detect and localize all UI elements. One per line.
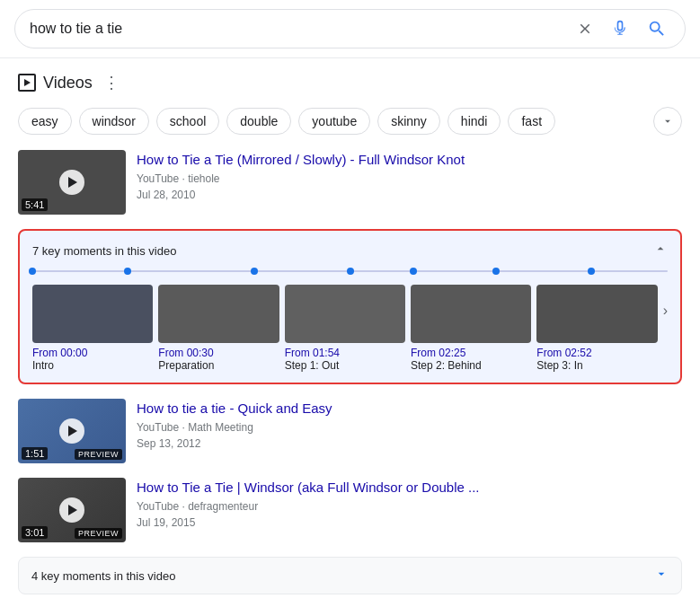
moment-from-5: From 02:52 bbox=[536, 347, 657, 359]
moments-next-button[interactable]: › bbox=[663, 303, 668, 319]
video1-info: How to Tie a Tie (Mirrored / Slowly) - F… bbox=[137, 150, 682, 201]
video3-info: How to Tie a Tie | Windsor (aka Full Win… bbox=[137, 478, 682, 529]
videos-header: Videos ⋮ bbox=[18, 69, 682, 96]
moment-label-1: Intro bbox=[32, 359, 153, 372]
play-button-1[interactable] bbox=[59, 170, 84, 195]
video-result-3: 3:01 PREVIEW How to Tie a Tie | Windsor … bbox=[18, 478, 682, 542]
moments-next-nav: › bbox=[663, 285, 668, 319]
chevron-up-icon bbox=[653, 242, 668, 256]
chip-hindi[interactable]: hindi bbox=[447, 108, 501, 135]
video2-info: How to tie a tie - Quick and Easy YouTub… bbox=[137, 399, 682, 450]
key-moments-panel-2-collapsed[interactable]: 4 key moments in this video bbox=[18, 557, 682, 594]
microphone-icon bbox=[611, 20, 629, 38]
timeline-dot-6 bbox=[492, 268, 500, 275]
search-icon bbox=[647, 19, 667, 39]
timeline-dot-4 bbox=[347, 268, 354, 275]
moment-from-1: From 00:00 bbox=[32, 347, 153, 359]
video2-thumbnail[interactable]: 1:51 PREVIEW bbox=[18, 399, 126, 463]
chip-easy[interactable]: easy bbox=[18, 108, 72, 135]
moment-item-1[interactable]: From 00:00 Intro bbox=[32, 285, 153, 372]
video3-thumbnail[interactable]: 3:01 PREVIEW bbox=[18, 478, 126, 542]
moment-item-2[interactable]: From 00:30 Preparation bbox=[158, 285, 279, 372]
content-area: Videos ⋮ easy windsor school double yout… bbox=[0, 58, 700, 605]
key-moments-title-1: 7 key moments in this video bbox=[32, 244, 176, 258]
timeline-dot-1 bbox=[29, 268, 36, 275]
timeline-dot-7 bbox=[588, 268, 595, 275]
video-result-2: 1:51 PREVIEW How to tie a tie - Quick an… bbox=[18, 399, 682, 463]
video-play-icon bbox=[18, 74, 36, 92]
video-result-1: 5:41 How to Tie a Tie (Mirrored / Slowly… bbox=[18, 150, 682, 215]
play-button-3[interactable] bbox=[59, 497, 84, 523]
timeline-dot-5 bbox=[410, 268, 417, 275]
moment-thumb-3 bbox=[285, 285, 405, 343]
moments-row-1: From 00:00 Intro From 00:30 Preparation … bbox=[32, 285, 668, 372]
search-input[interactable] bbox=[30, 21, 573, 37]
video3-title[interactable]: How to Tie a Tie | Windsor (aka Full Win… bbox=[137, 478, 682, 497]
moment-from-3: From 01:54 bbox=[285, 347, 405, 359]
chevron-down-icon bbox=[661, 115, 674, 128]
video1-date: Jul 28, 2010 bbox=[137, 189, 682, 201]
play-triangle-icon-2 bbox=[68, 426, 77, 436]
video2-date: Sep 13, 2012 bbox=[137, 437, 682, 450]
chip-windsor[interactable]: windsor bbox=[79, 108, 149, 135]
moment-from-4: From 02:25 bbox=[411, 347, 531, 359]
video3-duration: 3:01 bbox=[22, 526, 48, 539]
svg-marker-0 bbox=[24, 79, 31, 86]
play-button-2[interactable] bbox=[59, 418, 84, 444]
search-bar-area bbox=[0, 0, 700, 58]
video3-date: Jul 19, 2015 bbox=[137, 516, 682, 529]
video2-preview: PREVIEW bbox=[75, 449, 122, 460]
chip-skinny[interactable]: skinny bbox=[377, 108, 440, 135]
moment-from-2: From 00:30 bbox=[158, 347, 279, 359]
moment-item-3[interactable]: From 01:54 Step 1: Out bbox=[285, 285, 405, 372]
key-moments-timeline bbox=[32, 268, 668, 274]
moment-thumb-5 bbox=[536, 285, 657, 343]
video1-thumbnail[interactable]: 5:41 bbox=[18, 150, 126, 215]
moment-item-5[interactable]: From 02:52 Step 3: In bbox=[536, 285, 657, 372]
clear-search-button[interactable] bbox=[573, 17, 597, 40]
moment-thumb-2 bbox=[158, 285, 279, 343]
video2-title[interactable]: How to tie a tie - Quick and Easy bbox=[137, 399, 682, 418]
video2-source: YouTube · Math Meeting bbox=[137, 421, 682, 434]
video1-source: YouTube · tiehole bbox=[137, 172, 682, 185]
key-moments-header-1: 7 key moments in this video bbox=[32, 242, 668, 260]
x-icon bbox=[577, 21, 593, 37]
chip-school[interactable]: school bbox=[156, 108, 219, 135]
moment-thumb-1 bbox=[32, 285, 153, 343]
play-triangle-icon-3 bbox=[68, 505, 77, 515]
voice-search-button[interactable] bbox=[607, 16, 633, 41]
search-bar bbox=[14, 9, 686, 48]
google-search-button[interactable] bbox=[643, 15, 670, 42]
filter-chips-row: easy windsor school double youtube skinn… bbox=[18, 107, 682, 136]
chip-double[interactable]: double bbox=[226, 108, 291, 135]
chip-youtube[interactable]: youtube bbox=[298, 108, 370, 135]
videos-title: Videos bbox=[43, 74, 93, 92]
video1-title[interactable]: How to Tie a Tie (Mirrored / Slowly) - F… bbox=[137, 150, 682, 169]
video2-duration: 1:51 bbox=[22, 447, 48, 460]
moment-item-4[interactable]: From 02:25 Step 2: Behind bbox=[411, 285, 531, 372]
key-moments-collapse-button[interactable] bbox=[653, 242, 668, 260]
key-moments-panel-1: 7 key moments in this video From 00:00 bbox=[18, 229, 682, 384]
moment-label-4: Step 2: Behind bbox=[411, 359, 531, 372]
chevron-down-icon-2 bbox=[654, 567, 669, 585]
moment-label-5: Step 3: In bbox=[536, 359, 657, 372]
more-options-button[interactable]: ⋮ bbox=[100, 69, 123, 96]
moment-label-3: Step 1: Out bbox=[285, 359, 405, 372]
chip-fast[interactable]: fast bbox=[508, 108, 555, 135]
moment-label-2: Preparation bbox=[158, 359, 279, 372]
video3-source: YouTube · defragmenteur bbox=[137, 500, 682, 513]
key-moments-title-2: 4 key moments in this video bbox=[31, 569, 175, 583]
timeline-dot-2 bbox=[124, 268, 131, 275]
play-triangle-icon bbox=[68, 177, 77, 188]
video3-preview: PREVIEW bbox=[75, 528, 122, 539]
timeline-dot-3 bbox=[251, 268, 258, 275]
chips-expand-button[interactable] bbox=[653, 107, 682, 136]
video1-duration: 5:41 bbox=[22, 198, 48, 211]
moment-thumb-4 bbox=[411, 285, 531, 343]
